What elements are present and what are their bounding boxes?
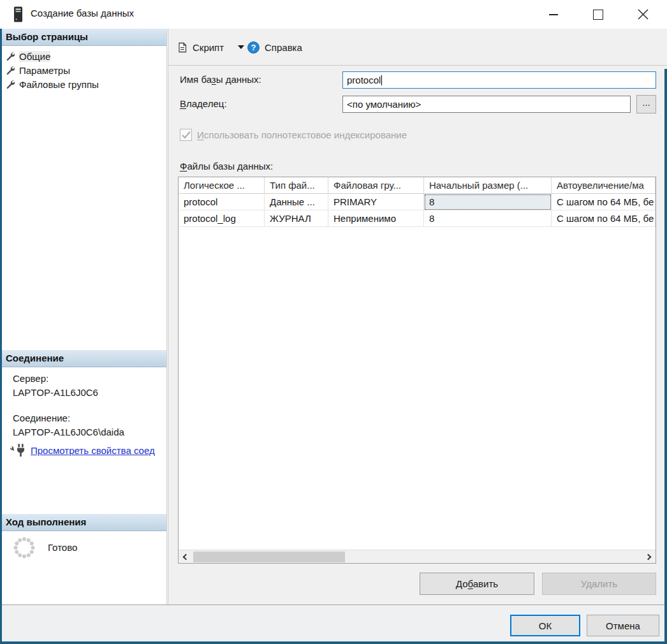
column-header-filegroup[interactable]: Файловая гру...	[328, 177, 424, 194]
database-files-table: Логическое ... Тип фай... Файловая гру..…	[178, 177, 656, 564]
db-name-label: Имя базы данных:	[180, 74, 261, 85]
column-header-logical-name[interactable]: Логическое ...	[179, 177, 265, 194]
cancel-button[interactable]: Отмена	[587, 615, 659, 636]
close-icon	[638, 9, 649, 20]
db-name-label-post: ы данных:	[216, 74, 261, 85]
table-row: protocol Данные ... PRIMARY 8 С шагом по…	[179, 194, 656, 210]
progress-header: Ход выполнения	[2, 514, 166, 531]
sidebar-item-label: Общие	[19, 51, 50, 62]
maximize-button[interactable]	[583, 0, 613, 29]
fulltext-label-post: спользовать полнотекстовое индексировани…	[204, 129, 407, 140]
sidebar-item-options[interactable]: Параметры	[6, 63, 70, 77]
cell-file-type[interactable]: Данные ...	[265, 194, 328, 210]
owner-browse-button[interactable]: ...	[636, 95, 656, 113]
close-button[interactable]	[628, 0, 657, 29]
footer: ОК Отмена	[0, 604, 667, 641]
general-page-panel: Имя базы данных: protocol Владелец: <по …	[168, 66, 667, 604]
title-bar: Создание базы данных	[0, 0, 667, 29]
owner-input[interactable]: <по умолчанию>	[342, 96, 631, 113]
text-caret	[381, 75, 382, 85]
progress-status: Готово	[48, 542, 77, 553]
sidebar: Выбор страницы Общие Параметры Файловые …	[2, 29, 167, 604]
create-database-dialog: Создание базы данных Выбор страницы Общи…	[0, 0, 667, 644]
content-area: Скрипт ? Справка Имя базы данных: protoc…	[168, 29, 667, 604]
chevron-right-icon	[645, 553, 652, 560]
minimize-button[interactable]	[539, 0, 568, 29]
add-button[interactable]: Добавить	[420, 573, 534, 595]
progress-spinner-icon	[12, 536, 36, 560]
window-frame-bottom	[0, 641, 667, 644]
table-header-row: Логическое ... Тип фай... Файловая гру..…	[179, 177, 656, 194]
column-header-file-type[interactable]: Тип фай...	[265, 177, 328, 194]
connection-header: Соединение	[2, 350, 166, 367]
scroll-right-arrow[interactable]	[643, 550, 656, 563]
cell-initial-size[interactable]: 8	[424, 210, 552, 227]
cell-initial-size-selected[interactable]: 8	[424, 194, 552, 210]
wrench-icon	[6, 80, 15, 89]
page-select-header: Выбор страницы	[2, 29, 166, 46]
add-label-post: авить	[473, 578, 498, 589]
table-row: protocol_log ЖУРНАЛ Неприменимо 8 С шаго…	[179, 210, 656, 227]
column-header-initial-size[interactable]: Начальный размер (...	[424, 177, 552, 194]
sidebar-item-general[interactable]: Общие	[6, 49, 50, 63]
fulltext-label-mnemonic: И	[197, 129, 204, 140]
cell-logical-name[interactable]: protocol_log	[179, 210, 265, 227]
sidebar-item-label: Параметры	[19, 65, 70, 76]
scrollbar-thumb[interactable]	[193, 552, 345, 562]
cell-filegroup[interactable]: Неприменимо	[328, 210, 424, 227]
sidebar-item-label: Файловые группы	[19, 79, 99, 90]
fulltext-checkbox	[180, 129, 192, 141]
cell-autogrowth[interactable]: С шагом по 64 МБ, бе	[552, 194, 656, 210]
owner-value: <по умолчанию>	[347, 99, 421, 110]
minimize-icon	[549, 14, 558, 15]
script-label: Скрипт	[193, 42, 224, 53]
db-name-value: protocol	[347, 75, 381, 85]
server-label: Сервер:	[13, 373, 48, 384]
owner-label-post: ладелец:	[186, 98, 227, 109]
toolbar: Скрипт ? Справка	[168, 29, 667, 66]
script-icon	[177, 42, 187, 53]
database-server-icon	[13, 6, 24, 22]
view-connection-properties-link[interactable]: Просмотреть свойства соед	[31, 445, 155, 456]
horizontal-scrollbar[interactable]	[179, 550, 656, 563]
sidebar-item-filegroups[interactable]: Файловые группы	[6, 77, 99, 91]
cell-logical-name[interactable]: protocol	[179, 194, 265, 210]
cell-filegroup[interactable]: PRIMARY	[328, 194, 424, 210]
connection-properties-row: Просмотреть свойства соед	[10, 443, 167, 457]
wrench-icon	[6, 66, 15, 75]
chevron-left-icon	[183, 553, 189, 560]
ok-button[interactable]: ОК	[510, 615, 580, 636]
column-header-autogrowth[interactable]: Автоувеличение/ма	[552, 177, 656, 194]
files-label-post: айлы базы данных:	[187, 161, 273, 172]
cell-autogrowth[interactable]: С шагом по 64 МБ, бе	[552, 210, 656, 227]
remove-button[interactable]: Удалить	[542, 573, 656, 595]
help-icon: ?	[247, 41, 260, 54]
help-button[interactable]: ? Справка	[244, 37, 306, 57]
help-label: Справка	[265, 42, 302, 53]
server-value: LAPTOP-A1L6J0C6	[13, 387, 98, 398]
fulltext-label: Использовать полнотекстовое индексирован…	[197, 129, 407, 140]
window-frame-left	[0, 29, 2, 644]
owner-label-mnemonic: В	[180, 98, 186, 109]
db-name-label-pre: Имя ба	[180, 74, 212, 85]
db-name-label-mnemonic: з	[212, 74, 216, 85]
checkmark-icon	[182, 131, 191, 139]
files-label-mnemonic: Ф	[180, 161, 187, 172]
connection-value: LAPTOP-A1L6J0C6\daida	[13, 427, 124, 437]
maximize-icon	[593, 10, 603, 20]
connection-label: Соединение:	[13, 413, 70, 423]
wrench-icon	[6, 52, 15, 61]
db-name-input[interactable]: protocol	[342, 71, 656, 89]
script-button[interactable]: Скрипт	[173, 37, 248, 57]
plug-icon	[10, 443, 25, 457]
add-label-pre: До	[456, 578, 468, 589]
add-label-mnemonic: б	[468, 578, 473, 589]
cell-file-type[interactable]: ЖУРНАЛ	[265, 210, 328, 227]
owner-label: Владелец:	[180, 98, 227, 109]
window-frame-right	[664, 69, 667, 644]
scroll-left-arrow[interactable]	[179, 550, 191, 563]
files-table-label: Файлы базы данных:	[180, 161, 273, 172]
window-title: Создание базы данных	[31, 8, 134, 18]
